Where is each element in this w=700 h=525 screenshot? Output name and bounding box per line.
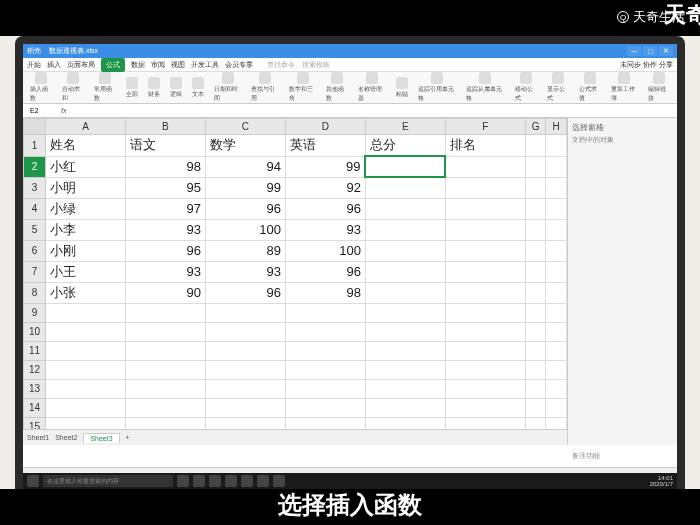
cell-D7[interactable]: 96 [285,261,365,282]
row-header-4[interactable]: 4 [24,198,46,219]
cell-G10[interactable] [525,322,546,341]
cell-B12[interactable] [125,360,205,379]
cell-C6[interactable]: 89 [205,240,285,261]
cell-H6[interactable] [546,240,567,261]
col-header-E[interactable]: E [365,119,445,135]
cell-B3[interactable]: 95 [125,177,205,198]
cell-D12[interactable] [285,360,365,379]
ribbon-常用函数[interactable]: 常用函数 [91,71,119,104]
ribbon-日期和时间[interactable]: 日期和时间 [211,71,244,104]
ribbon-公式求值[interactable]: 公式求值 [576,71,604,104]
ribbon-粘贴[interactable]: 粘贴 [393,76,411,100]
sheet-tab-Sheet2[interactable]: Sheet2 [55,434,77,441]
ribbon-其他函数[interactable]: 其他函数 [323,71,351,104]
cell-B5[interactable]: 93 [125,219,205,240]
cell-B2[interactable]: 98 [125,156,205,177]
col-header-G[interactable]: G [525,119,546,135]
taskbar-app-icon[interactable] [241,475,253,487]
cell-C7[interactable]: 93 [205,261,285,282]
taskbar-app-icon[interactable] [193,475,205,487]
cell-C4[interactable]: 96 [205,198,285,219]
name-box[interactable] [27,106,57,115]
cell-D5[interactable]: 93 [285,219,365,240]
cell-G9[interactable] [525,303,546,322]
cell-E5[interactable] [365,219,445,240]
ribbon-追踪引用单元格[interactable]: 追踪引用单元格 [415,71,459,104]
cell-E6[interactable] [365,240,445,261]
cell-A1[interactable]: 姓名 [46,135,126,157]
cell-A13[interactable] [46,379,126,398]
taskbar-app-icon[interactable] [177,475,189,487]
ribbon-移动公式[interactable]: 移动公式 [512,71,540,104]
row-header-1[interactable]: 1 [24,135,46,157]
app-home-tab[interactable]: 稻壳 [27,46,41,56]
cell-B1[interactable]: 语文 [125,135,205,157]
row-header-10[interactable]: 10 [24,322,46,341]
menu-公式[interactable]: 公式 [101,58,125,72]
ribbon-追踪从属单元格[interactable]: 追踪从属单元格 [463,71,507,104]
cell-F3[interactable] [445,177,525,198]
cell-G1[interactable] [525,135,546,157]
sheet-tab-Sheet3[interactable]: Sheet3 [83,433,119,443]
cell-H2[interactable] [546,156,567,177]
taskbar-app-icon[interactable] [273,475,285,487]
taskbar-app-icon[interactable] [209,475,221,487]
col-header-D[interactable]: D [285,119,365,135]
ribbon-全部[interactable]: 全部 [123,76,141,100]
cell-A4[interactable]: 小绿 [46,198,126,219]
select-all-corner[interactable] [24,119,46,135]
cell-A9[interactable] [46,303,126,322]
cell-C1[interactable]: 数学 [205,135,285,157]
cell-F14[interactable] [445,398,525,417]
ribbon-显示公式[interactable]: 显示公式 [544,71,572,104]
row-header-7[interactable]: 7 [24,261,46,282]
sheet-tab-Sheet1[interactable]: Sheet1 [27,434,49,441]
menu-会员专享[interactable]: 会员专享 [225,60,253,70]
col-header-F[interactable]: F [445,119,525,135]
cell-D9[interactable] [285,303,365,322]
taskbar-clock[interactable]: 14:012020/1/7 [650,475,673,487]
ribbon-逻辑[interactable]: 逻辑 [167,76,185,100]
cell-E10[interactable] [365,322,445,341]
menu-开发工具[interactable]: 开发工具 [191,60,219,70]
cell-F4[interactable] [445,198,525,219]
col-header-A[interactable]: A [46,119,126,135]
cell-B7[interactable]: 93 [125,261,205,282]
col-header-H[interactable]: H [546,119,567,135]
cell-H10[interactable] [546,322,567,341]
taskbar-search[interactable]: 在这里输入你要搜索的内容 [43,475,173,487]
cell-D14[interactable] [285,398,365,417]
cell-H11[interactable] [546,341,567,360]
ribbon-数学和三角[interactable]: 数学和三角 [286,71,319,104]
cell-B13[interactable] [125,379,205,398]
cell-A2[interactable]: 小红 [46,156,126,177]
cell-D4[interactable]: 96 [285,198,365,219]
ribbon-重算工作簿[interactable]: 重算工作簿 [608,71,641,104]
cell-F7[interactable] [445,261,525,282]
ribbon-查找与引用[interactable]: 查找与引用 [248,71,281,104]
cell-E12[interactable] [365,360,445,379]
cell-F11[interactable] [445,341,525,360]
cell-F12[interactable] [445,360,525,379]
cell-F13[interactable] [445,379,525,398]
cell-E13[interactable] [365,379,445,398]
cell-C11[interactable] [205,341,285,360]
cell-H12[interactable] [546,360,567,379]
cell-D13[interactable] [285,379,365,398]
cell-E3[interactable] [365,177,445,198]
cell-H5[interactable] [546,219,567,240]
start-button[interactable] [27,475,39,487]
cell-H3[interactable] [546,177,567,198]
ribbon-编辑链接[interactable]: 编辑链接 [645,71,673,104]
cell-G4[interactable] [525,198,546,219]
cell-B9[interactable] [125,303,205,322]
cell-G11[interactable] [525,341,546,360]
cell-C10[interactable] [205,322,285,341]
cell-D8[interactable]: 98 [285,282,365,303]
ribbon-名称管理器[interactable]: 名称管理器 [355,71,388,104]
cell-F9[interactable] [445,303,525,322]
cell-A12[interactable] [46,360,126,379]
formula-input[interactable] [70,106,673,115]
file-tab[interactable]: 数据透视表.xlsx [49,46,98,56]
ribbon-财务[interactable]: 财务 [145,76,163,100]
